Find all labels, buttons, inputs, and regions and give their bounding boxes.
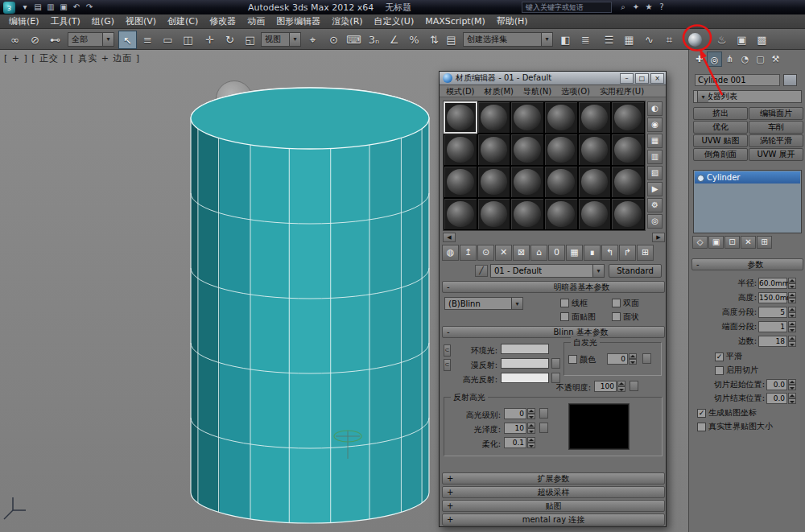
height-field[interactable]: 150.0mm [758, 292, 787, 303]
material-sample-14[interactable] [510, 166, 544, 198]
undo-icon[interactable]: ↶ [70, 1, 83, 14]
material-map-navigator-icon[interactable]: ⊞ [637, 245, 654, 261]
material-sample-10[interactable] [578, 134, 612, 166]
put-material-to-scene-icon[interactable]: ↥ [460, 245, 477, 261]
specular-color-swatch[interactable] [501, 373, 549, 383]
material-type-button[interactable]: Standard [609, 264, 662, 278]
material-sample-17[interactable] [611, 166, 645, 198]
material-sample-12[interactable] [444, 166, 477, 198]
glossiness-map-button[interactable] [539, 423, 548, 433]
selfillum-map-button[interactable] [642, 353, 651, 364]
modifier-button-2[interactable]: 优化 [693, 121, 748, 134]
glossiness-spinner[interactable]: 10 [504, 423, 535, 434]
select-and-scale-icon[interactable]: ◱ [241, 31, 259, 49]
maximize-button[interactable]: □ [635, 73, 649, 84]
unlink-selection-icon[interactable]: ⊘ [26, 31, 44, 49]
material-sample-5[interactable] [611, 101, 645, 134]
sides-spinner[interactable]: 18 [758, 336, 796, 347]
radius-field[interactable]: 60.0mm [758, 278, 787, 289]
faceted-checkbox[interactable] [612, 312, 621, 321]
bind-to-space-warp-icon[interactable]: ⊷ [46, 31, 64, 49]
favorites-icon[interactable]: ★ [642, 1, 655, 14]
material-sample-2[interactable] [510, 101, 544, 134]
selfillum-color-checkbox[interactable] [568, 355, 577, 364]
pin-stack-icon[interactable]: ◇ [692, 236, 708, 249]
material-editor-icon[interactable] [686, 31, 704, 49]
remove-modifier-icon[interactable]: ✕ [741, 236, 756, 249]
lock-ambient-diffuse-icon[interactable]: ⊂ [444, 344, 451, 357]
infocenter-search-input[interactable]: 键入关键字或短语 [522, 2, 612, 13]
height-segments-spinner[interactable]: 5 [758, 307, 796, 318]
get-material-icon[interactable]: ◍ [442, 245, 459, 261]
material-sample-6[interactable] [444, 134, 477, 166]
curve-editor-icon[interactable]: ∿ [640, 31, 658, 49]
ambient-color-swatch[interactable] [501, 344, 549, 354]
material-sample-19[interactable] [477, 198, 511, 230]
soften-field[interactable]: 0.1 [504, 437, 526, 448]
material-sample-23[interactable] [611, 198, 645, 230]
selfillum-field[interactable]: 0 [607, 353, 628, 365]
soften-spinner[interactable]: 0.1 [504, 437, 535, 448]
stack-item-cylinder[interactable]: Cylinder [695, 171, 800, 184]
make-preview-icon[interactable]: ▶ [647, 182, 663, 196]
specular-level-map-button[interactable] [539, 408, 548, 419]
wire-checkbox[interactable] [560, 299, 569, 307]
opacity-field[interactable]: 100 [594, 381, 617, 392]
named-selection-dropdown[interactable]: 创建选择集▾ [463, 32, 553, 47]
menu-item-0[interactable]: 编辑(E) [3, 14, 45, 29]
rectangular-selection-icon[interactable]: ▭ [159, 31, 177, 49]
modify-tab[interactable]: ◎ [707, 52, 722, 67]
material-sample-4[interactable] [578, 101, 612, 134]
menu-item-4[interactable]: 创建(C) [162, 14, 204, 29]
material-sample-8[interactable] [510, 134, 544, 166]
opacity-spin-arrows[interactable] [617, 381, 625, 392]
pick-material-icon[interactable]: ╱ [475, 265, 488, 277]
slice-to-field[interactable]: 0.0 [766, 393, 787, 404]
material-sample-0[interactable] [444, 101, 477, 134]
closed-rollout-3[interactable]: +mental ray 连接 [442, 513, 665, 526]
close-button[interactable]: × [650, 73, 664, 84]
motion-tab[interactable]: ◔ [737, 52, 753, 67]
lock-diffuse-specular-icon[interactable]: ⊂ [444, 359, 451, 371]
render-production-icon[interactable]: ▩ [753, 31, 771, 49]
height-spin-arrows[interactable] [788, 292, 796, 303]
material-sample-3[interactable] [544, 101, 578, 134]
glossiness-spin-arrows[interactable] [527, 423, 535, 434]
selfillum-spin-arrows[interactable] [629, 353, 637, 365]
modifier-button-7[interactable]: UVW 展开 [749, 148, 803, 161]
go-to-parent-icon[interactable]: ↰ [601, 245, 618, 261]
material-sample-9[interactable] [544, 134, 578, 166]
video-color-check-icon[interactable]: ▧ [647, 166, 663, 180]
menu-item-5[interactable]: 修改器 [204, 14, 242, 29]
menu-item-11[interactable]: 帮助(H) [491, 14, 534, 29]
show-end-result-icon[interactable]: ∎ [584, 245, 601, 261]
sample-tiling-icon[interactable]: ▥ [647, 150, 663, 164]
closed-rollout-0[interactable]: +扩展参数 [442, 472, 665, 485]
show-end-result-stack-icon[interactable]: ▣ [708, 236, 724, 249]
menu-item-6[interactable]: 动画 [242, 14, 270, 29]
create-tab[interactable]: ✚ [691, 52, 707, 67]
modifier-button-1[interactable]: 编辑面片 [749, 107, 803, 120]
cylinder-object[interactable] [191, 88, 429, 523]
help-icon[interactable]: ? [655, 1, 668, 14]
material-sample-18[interactable] [444, 198, 477, 230]
material-sample-16[interactable] [578, 166, 612, 198]
material-sample-7[interactable] [477, 134, 511, 166]
app-menu-arrow-icon[interactable]: ▾ [19, 1, 31, 14]
slice-from-spinner[interactable]: 0.0 [766, 379, 796, 390]
specular-level-spin-arrows[interactable] [527, 408, 535, 419]
select-by-material-icon[interactable]: ◎ [647, 214, 663, 229]
twosided-checkbox[interactable] [612, 299, 621, 307]
rollout-parameters[interactable]: - 参数 [691, 258, 803, 270]
make-material-copy-icon[interactable]: ⊠ [513, 245, 530, 261]
menu-item-10[interactable]: MAXScript(M) [419, 14, 491, 29]
height-spinner[interactable]: 150.0mm [758, 292, 796, 303]
background-icon[interactable]: ▦ [647, 134, 663, 148]
select-and-rotate-icon[interactable]: ↻ [221, 31, 239, 49]
render-setup-icon[interactable]: ♨ [712, 31, 731, 49]
angle-snap-icon[interactable]: ∠ [385, 31, 403, 49]
keyboard-shortcut-override-icon[interactable]: ⌨ [345, 31, 363, 49]
sides-field[interactable]: 18 [758, 336, 787, 347]
slice-on-checkbox[interactable] [715, 366, 724, 375]
material-sample-11[interactable] [611, 134, 645, 166]
